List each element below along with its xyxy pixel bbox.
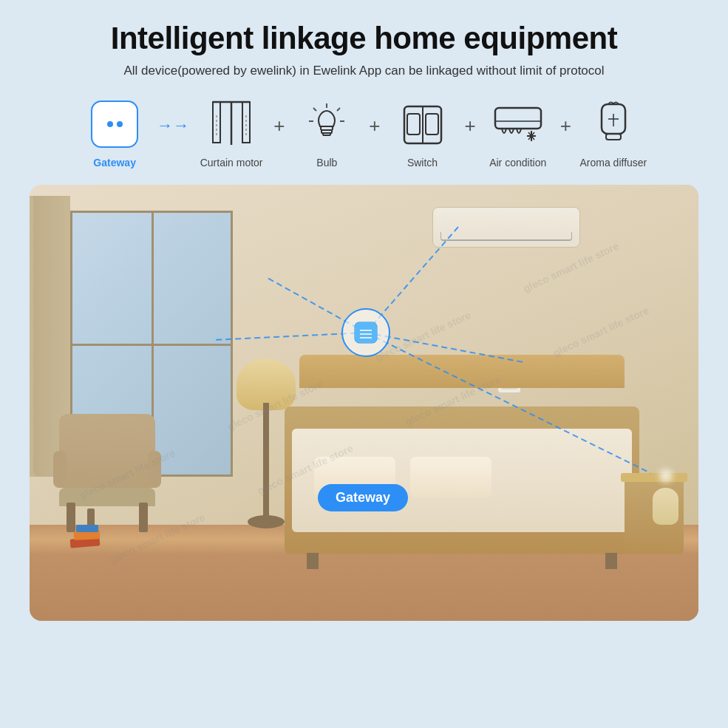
gateway-icon <box>91 101 138 148</box>
svg-line-7 <box>313 108 316 111</box>
bed-leg-2 <box>605 553 617 569</box>
switch-label: Switch <box>407 157 438 169</box>
ac-vent <box>440 232 572 241</box>
bed-headboard <box>299 355 625 388</box>
bulb-icon-wrap <box>300 98 353 151</box>
curtain-label: Curtain motor <box>200 157 263 169</box>
ac-icon-wrap <box>491 98 545 151</box>
switch-icon-wrap <box>396 98 449 151</box>
device-gateway: Gateway <box>74 98 155 169</box>
curtain-icon <box>209 101 254 149</box>
chair-arm-left <box>53 451 67 488</box>
bed-leg-1 <box>307 553 319 569</box>
lamp-pole <box>263 403 269 521</box>
books <box>70 525 111 547</box>
page-subtitle: All device(powered by ewelink) in Ewelin… <box>123 64 604 78</box>
plus-3: + <box>465 115 476 152</box>
chair <box>44 388 170 536</box>
ac-icon <box>493 104 543 145</box>
chair-back <box>59 414 155 488</box>
svg-rect-3 <box>242 102 250 143</box>
ac-unit <box>432 207 580 248</box>
aroma-label: Aroma diffuser <box>579 157 647 169</box>
device-ac: Air condition <box>477 98 559 169</box>
chair-leg-2 <box>139 503 148 532</box>
device-curtain: Curtain motor <box>191 98 272 169</box>
svg-rect-18 <box>407 114 420 135</box>
aroma-icon <box>596 101 631 149</box>
gateway-icon-wrap <box>88 98 141 151</box>
plus-2: + <box>369 115 380 152</box>
device-aroma: Aroma diffuser <box>573 98 654 169</box>
chair-arm-right <box>148 451 161 488</box>
svg-rect-2 <box>213 102 220 143</box>
lamp-base <box>248 515 285 528</box>
diffuser-body <box>653 488 678 525</box>
curtain-icon-wrap <box>205 98 258 151</box>
bed-pillow-2 <box>410 457 491 497</box>
room-scene: Gateway gleco smart life store gleco sma… <box>30 185 698 621</box>
bulb-icon <box>307 101 347 149</box>
gateway-label: Gateway <box>93 157 136 169</box>
device-bulb: Bulb <box>286 98 367 169</box>
gateway-dot-2 <box>117 121 123 127</box>
bulb-label: Bulb <box>316 157 337 169</box>
floor-lamp <box>244 358 288 528</box>
bed-frame <box>285 406 639 554</box>
book-3 <box>76 525 98 532</box>
room-image: Gateway gleco smart life store gleco sma… <box>30 185 698 621</box>
bed-mattress <box>292 429 632 532</box>
devices-row: Gateway →→ Curtain motor + <box>30 98 698 169</box>
device-switch: Switch <box>382 98 463 169</box>
arrow-right: →→ <box>157 116 189 150</box>
plus-4: + <box>560 115 571 152</box>
page-title: Intelligent linkage home equipment <box>111 21 617 56</box>
bed <box>285 355 639 554</box>
aroma-icon-wrap <box>587 98 640 151</box>
svg-rect-20 <box>495 108 541 129</box>
svg-line-8 <box>337 108 340 111</box>
page-container: Intelligent linkage home equipment All d… <box>0 0 728 728</box>
gateway-room-label: Gateway <box>318 484 408 511</box>
svg-rect-19 <box>426 114 438 135</box>
ac-label: Air condition <box>489 157 546 169</box>
diffuser-steam <box>659 469 673 483</box>
switch-icon <box>401 101 444 149</box>
gateway-dot-1 <box>107 121 113 127</box>
svg-rect-12 <box>322 130 332 133</box>
aroma-diffuser <box>649 480 682 525</box>
plus-1: + <box>273 115 285 152</box>
